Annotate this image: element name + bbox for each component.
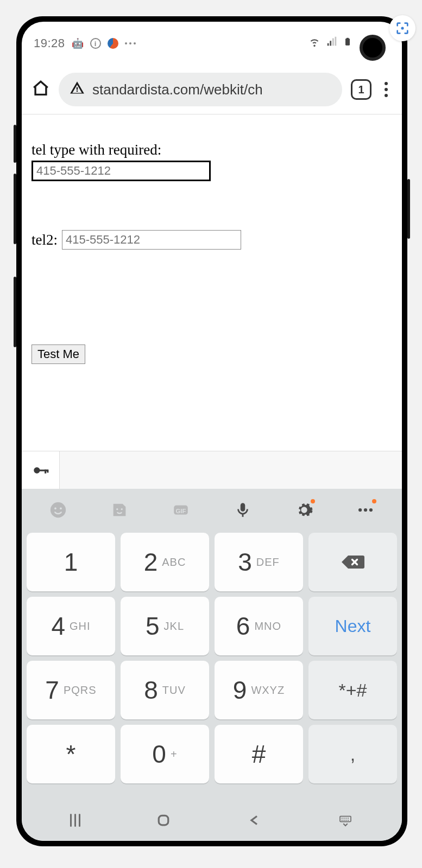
mic-icon[interactable] [231,498,255,522]
sticker-icon[interactable] [108,498,131,522]
side-button [14,125,16,163]
svg-point-22 [344,818,345,819]
next-key[interactable]: Next [308,597,397,655]
key-1[interactable]: 1 [27,533,115,591]
key-2[interactable]: 2ABC [121,533,209,591]
url-text: standardista.com/webkit/ch [92,81,263,98]
svg-rect-5 [45,469,46,473]
webpage-content: tel type with required: tel2: Test Me [22,114,402,364]
backspace-key[interactable] [308,533,397,591]
more-icon[interactable] [354,498,377,522]
svg-point-11 [121,508,123,510]
svg-rect-20 [340,816,351,822]
emoji-icon[interactable] [46,498,70,522]
swirl-icon [108,38,118,49]
svg-point-26 [344,820,345,821]
more-status-icon [125,42,136,44]
svg-rect-1 [345,39,350,46]
screen-capture-icon[interactable] [389,15,415,41]
svg-point-3 [34,467,40,473]
clock: 19:28 [34,36,65,50]
tab-count: 1 [358,84,364,96]
key-6[interactable]: 6MNO [215,597,303,655]
signal-icon [326,36,338,51]
url-bar[interactable]: standardista.com/webkit/ch [59,73,342,106]
keyboard: GIF 12ABC3DEF4GHI5JKL6MNONext7PQRS8TUV9W… [22,489,402,800]
key-4[interactable]: 4GHI [27,597,115,655]
browser-menu-icon[interactable] [380,80,392,99]
svg-point-17 [364,508,367,512]
browser-toolbar: standardista.com/webkit/ch 1 [22,65,402,114]
key-#[interactable]: # [215,725,303,783]
password-key-icon[interactable] [22,451,60,489]
keyboard-toolbar: GIF [22,489,402,531]
svg-rect-4 [39,469,48,471]
android-icon: 🤖 [72,37,84,49]
svg-point-10 [116,508,118,510]
svg-rect-2 [347,38,349,39]
info-icon: i [90,38,101,49]
key-8[interactable]: 8TUV [121,661,209,719]
key-9[interactable]: 9WXYZ [215,661,303,719]
home-icon[interactable] [32,79,50,100]
symbol-key[interactable]: *+# [308,661,397,719]
wifi-icon [308,36,320,51]
svg-point-0 [401,27,404,29]
svg-rect-14 [240,503,245,512]
svg-point-24 [348,818,349,819]
tel2-input[interactable] [62,230,241,250]
test-me-button[interactable]: Test Me [32,344,85,364]
svg-point-18 [369,508,373,512]
tel2-label: tel2: [32,232,58,248]
symbol-key[interactable]: , [308,725,397,783]
back-button[interactable] [246,812,262,828]
battery-icon [343,35,352,52]
svg-point-28 [348,820,349,821]
phone-frame: 19:28 🤖 i [16,16,407,846]
key-*[interactable]: * [27,725,115,783]
recents-button[interactable] [70,814,80,827]
svg-point-16 [358,508,362,512]
gif-icon[interactable]: GIF [169,498,193,522]
key-0[interactable]: 0+ [121,725,209,783]
key-5[interactable]: 5JKL [121,597,209,655]
tab-switcher[interactable]: 1 [351,79,371,100]
tel1-input[interactable] [32,161,211,181]
svg-point-7 [50,502,65,518]
svg-point-9 [60,507,62,509]
svg-text:GIF: GIF [176,508,186,514]
svg-rect-19 [159,815,168,825]
status-bar: 19:28 🤖 i [22,22,402,65]
svg-rect-6 [47,469,48,473]
settings-icon[interactable] [292,498,316,522]
svg-point-25 [342,820,343,821]
key-3[interactable]: 3DEF [215,533,303,591]
svg-point-21 [342,818,343,819]
side-button [14,174,16,244]
side-button [407,179,410,239]
key-7[interactable]: 7PQRS [27,661,115,719]
home-button[interactable] [155,812,172,828]
side-button [14,277,16,347]
svg-point-27 [345,820,347,821]
svg-point-8 [54,507,56,509]
insecure-warning-icon [70,80,85,99]
hide-keyboard-button[interactable] [337,812,354,828]
tel1-label: tel type with required: [32,142,392,158]
front-camera [360,35,386,61]
svg-point-23 [345,818,347,819]
suggestion-bar [22,451,402,489]
system-nav-bar [22,800,402,841]
